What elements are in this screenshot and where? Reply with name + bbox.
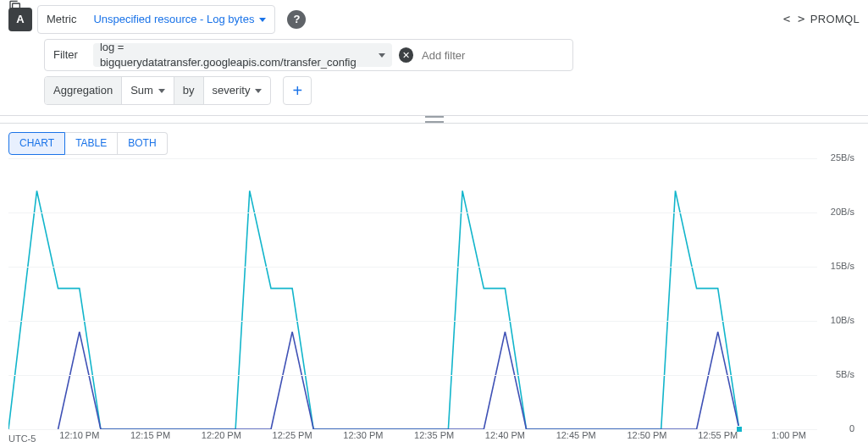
promql-toggle[interactable]: < > PROMQL <box>783 11 860 28</box>
x-tick: 12:25 PM <box>273 429 312 442</box>
y-tick: 20B/s <box>831 206 854 218</box>
caret-down-icon <box>259 18 266 22</box>
help-icon[interactable]: ? <box>287 10 306 29</box>
y-tick: 15B/s <box>831 260 854 273</box>
code-icon: < > <box>783 11 805 28</box>
metric-dropdown[interactable]: Unspecified resource - Log bytes <box>85 6 274 33</box>
aggregation-label: Aggregation <box>45 77 122 104</box>
x-tick: 1:00 PM <box>771 429 806 442</box>
view-toggle: CHART TABLE BOTH <box>8 132 868 155</box>
chart[interactable]: 05B/s10B/s15B/s20B/s25B/s 12:10 PM12:15 … <box>8 158 860 447</box>
x-tick: 12:15 PM <box>130 429 170 442</box>
x-tick: 12:20 PM <box>202 429 241 442</box>
metric-value: Unspecified resource - Log bytes <box>93 12 254 27</box>
x-tick: 12:45 PM <box>556 429 596 442</box>
y-tick: 10B/s <box>831 314 854 327</box>
tab-table[interactable]: TABLE <box>65 132 118 155</box>
remove-filter-icon[interactable]: ✕ <box>399 47 413 63</box>
x-tick: 12:55 PM <box>698 429 738 442</box>
aggregation-by-label: by <box>174 77 204 104</box>
caret-down-icon <box>158 89 165 93</box>
tab-both[interactable]: BOTH <box>118 132 167 155</box>
y-tick: 5B/s <box>836 368 854 381</box>
chart-plot-area <box>8 158 817 429</box>
filter-chip[interactable]: log = bigquerydatatransfer.googleapis.co… <box>93 43 392 67</box>
series-info <box>8 190 739 429</box>
x-tick: 12:40 PM <box>485 429 525 442</box>
panel-resize-handle[interactable] <box>0 115 868 124</box>
x-axis: 12:10 PM12:15 PM12:20 PM12:25 PM12:30 PM… <box>8 429 817 447</box>
copy-icon[interactable] <box>8 0 22 14</box>
x-tick: 12:10 PM <box>59 429 99 442</box>
y-tick: 25B/s <box>831 152 854 164</box>
x-tick: 12:50 PM <box>627 429 666 442</box>
filter-label: Filter <box>52 47 86 63</box>
series-error <box>58 332 739 429</box>
chart-svg <box>8 158 817 429</box>
y-axis: 05B/s10B/s15B/s20B/s25B/s <box>817 158 860 429</box>
add-aggregation-button[interactable]: + <box>283 76 312 105</box>
caret-down-icon <box>255 89 262 93</box>
metric-selector-box: Metric Unspecified resource - Log bytes <box>37 5 275 34</box>
tab-chart[interactable]: CHART <box>8 132 65 155</box>
aggregation-by-dropdown[interactable]: severity <box>204 77 271 104</box>
add-filter-input[interactable] <box>420 48 566 63</box>
metric-label: Metric <box>38 12 85 27</box>
y-tick: 0 <box>849 422 854 435</box>
x-tick: 12:30 PM <box>343 429 383 442</box>
caret-down-icon <box>379 53 385 58</box>
x-tick: 12:35 PM <box>414 429 454 442</box>
filter-box: Filter log = bigquerydatatransfer.google… <box>44 39 573 71</box>
filter-chip-text: log = bigquerydatatransfer.googleapis.co… <box>100 40 373 70</box>
aggregation-func-dropdown[interactable]: Sum <box>122 77 174 104</box>
aggregation-box: Aggregation Sum by severity <box>44 76 271 105</box>
timezone-label: UTC-5 <box>8 433 36 445</box>
